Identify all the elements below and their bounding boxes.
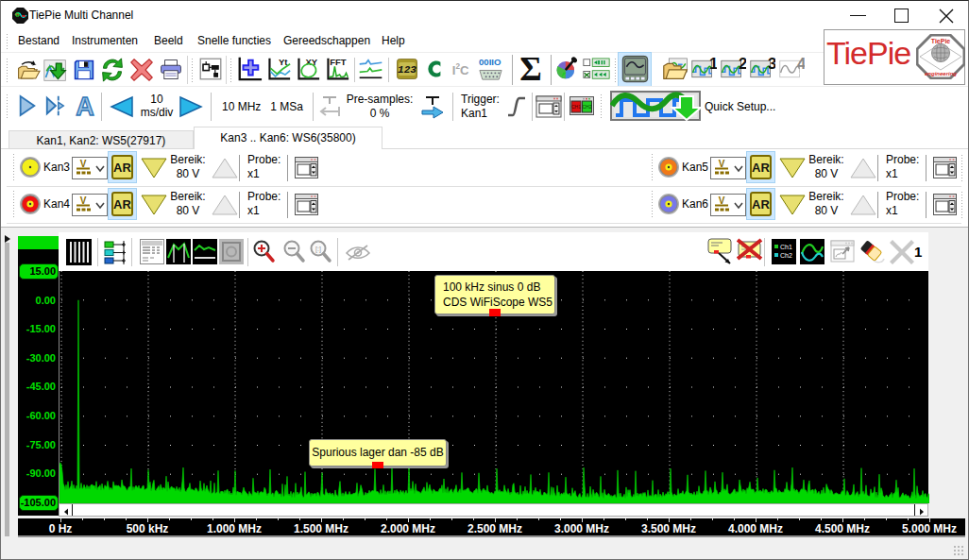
svg-text:V: V: [80, 159, 87, 169]
svg-text:Ch2: Ch2: [780, 252, 792, 259]
svg-text:123: 123: [398, 64, 416, 76]
svg-text:CH1: CH1: [571, 104, 581, 110]
svg-text:V: V: [80, 195, 87, 206]
svg-text:2: 2: [739, 57, 746, 73]
svg-text:4: 4: [797, 57, 805, 73]
svg-text:V: V: [719, 159, 725, 169]
svg-text:[:]: [:]: [315, 246, 321, 253]
svg-text:00IIO: 00IIO: [479, 57, 502, 67]
svg-text:Σ: Σ: [519, 54, 542, 84]
svg-text:I2C: I2C: [452, 62, 469, 77]
svg-text:TiePie: TiePie: [931, 38, 951, 44]
svg-text:engineering: engineering: [925, 71, 957, 76]
svg-text:CH2: CH2: [582, 104, 591, 110]
svg-text:A: A: [76, 93, 94, 118]
svg-text:V: V: [719, 195, 725, 206]
svg-text:FFT: FFT: [330, 57, 347, 67]
svg-text:1: 1: [709, 57, 717, 73]
svg-text:3: 3: [768, 57, 775, 73]
svg-text:Ch1: Ch1: [780, 244, 792, 250]
